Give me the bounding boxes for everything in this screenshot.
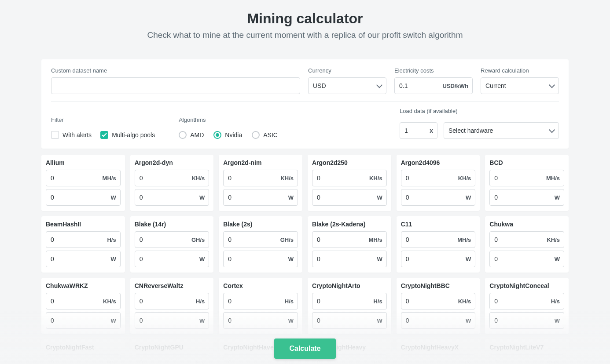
currency-label: Currency — [308, 67, 386, 74]
watt-input[interactable] — [46, 189, 121, 206]
algo-name: Cortex — [223, 282, 298, 289]
hashrate-input[interactable] — [489, 231, 564, 248]
hashrate-input[interactable] — [135, 231, 209, 248]
with-alerts-label: With alerts — [62, 131, 92, 138]
algo-name: CNReverseWaltz — [135, 282, 209, 289]
with-alerts-checkbox[interactable]: With alerts — [51, 131, 92, 139]
algorithm-grid: AlliumMH/sWArgon2d-dynKH/sWArgon2d-nimKH… — [41, 155, 569, 364]
algo-name: Argon2d-dyn — [135, 159, 209, 166]
electricity-label: Electricity costs — [394, 67, 473, 74]
algorithm-asic-radio[interactable]: ASIC — [252, 131, 278, 139]
hashrate-input[interactable] — [223, 170, 298, 186]
algo-name: C11 — [401, 221, 476, 228]
watt-input[interactable] — [223, 312, 298, 329]
algo-name: CryptoNightArto — [312, 282, 387, 289]
hashrate-input[interactable] — [223, 231, 298, 248]
hardware-select[interactable]: Select hardware — [444, 122, 559, 139]
reward-label: Reward calculation — [481, 67, 559, 74]
multi-algo-label: Multi-algo pools — [112, 131, 155, 138]
watt-input[interactable] — [223, 251, 298, 267]
hashrate-input[interactable] — [489, 354, 564, 364]
hashrate-input[interactable] — [312, 231, 387, 248]
watt-input[interactable] — [46, 251, 121, 267]
hashrate-input[interactable] — [46, 170, 121, 186]
watt-input[interactable] — [401, 312, 476, 329]
currency-select[interactable]: USD — [308, 77, 386, 94]
watt-input[interactable] — [489, 251, 564, 267]
algo-card: Argon2d250KH/sW — [308, 155, 391, 211]
load-data-label: Load data (if available) — [400, 108, 559, 114]
watt-input[interactable] — [312, 312, 387, 329]
hashrate-input[interactable] — [312, 170, 387, 186]
algo-name: BeamHashII — [46, 221, 121, 228]
multi-algo-checkbox[interactable]: Multi-algo pools — [100, 131, 155, 139]
hashrate-input[interactable] — [401, 170, 476, 186]
watt-input[interactable] — [135, 251, 209, 267]
algo-name: Blake (14r) — [135, 221, 209, 228]
algo-card: AlliumMH/sW — [41, 155, 125, 211]
filter-label: Filter — [51, 116, 155, 123]
hashrate-input[interactable] — [223, 293, 298, 309]
algo-name: Blake (2s-Kadena) — [312, 221, 387, 228]
watt-input[interactable] — [223, 189, 298, 206]
algo-name: Allium — [46, 159, 121, 166]
hashrate-input[interactable] — [135, 354, 209, 364]
hashrate-input[interactable] — [401, 354, 476, 364]
dataset-name-input[interactable] — [51, 77, 300, 94]
algo-card: CryptoNightConcealH/sW — [485, 278, 569, 334]
watt-input[interactable] — [312, 189, 387, 206]
watt-input[interactable] — [135, 312, 209, 329]
algo-name: Chukwa — [489, 221, 564, 228]
watt-input[interactable] — [135, 189, 209, 206]
algo-name: BCD — [489, 159, 564, 166]
algo-card: Argon2d-dynKH/sW — [130, 155, 214, 211]
watt-input[interactable] — [401, 189, 476, 206]
algo-card: Argon2d4096KH/sW — [397, 155, 480, 211]
algorithm-asic-label: ASIC — [263, 131, 278, 138]
algo-name: CryptoNightBBC — [401, 282, 476, 289]
page-subtitle: Check what to mine at the current moment… — [0, 30, 610, 40]
algo-card: CryptoNightArtoH/sW — [308, 278, 391, 334]
algo-name: Blake (2s) — [223, 221, 298, 228]
algo-name: Argon2d-nim — [223, 159, 298, 166]
algorithm-nvidia-label: Nvidia — [225, 131, 242, 138]
hashrate-input[interactable] — [46, 293, 121, 309]
hashrate-input[interactable] — [489, 293, 564, 309]
algo-card: ChukwaKH/sW — [485, 216, 569, 273]
watt-input[interactable] — [489, 312, 564, 329]
hashrate-input[interactable] — [46, 354, 121, 364]
hashrate-input[interactable] — [312, 293, 387, 309]
hashrate-input[interactable] — [401, 293, 476, 309]
reward-select[interactable]: Current — [481, 77, 559, 94]
watt-input[interactable] — [401, 251, 476, 267]
algorithm-amd-label: AMD — [190, 131, 204, 138]
calculate-button[interactable]: Calculate — [274, 339, 335, 359]
algo-card: C11MH/sW — [397, 216, 480, 273]
algorithms-label: Algorithms — [179, 116, 278, 123]
hashrate-input[interactable] — [489, 170, 564, 186]
algo-card: CryptoNightGPUH/sW — [130, 339, 214, 364]
watt-input[interactable] — [46, 312, 121, 329]
hashrate-input[interactable] — [135, 293, 209, 309]
algo-name: CryptoNightGPU — [135, 344, 209, 351]
algorithm-amd-radio[interactable]: AMD — [179, 131, 204, 139]
hashrate-input[interactable] — [135, 170, 209, 186]
algo-card: BCDMH/sW — [485, 155, 569, 211]
algo-card: Blake (2s)GH/sW — [219, 216, 302, 273]
algo-card: CryptoNightHeavyXH/sW — [397, 339, 480, 364]
hashrate-input[interactable] — [46, 231, 121, 248]
algorithm-nvidia-radio[interactable]: Nvidia — [213, 131, 242, 139]
algo-name: ChukwaWRKZ — [46, 282, 121, 289]
algo-card: CortexH/sW — [219, 278, 302, 334]
hashrate-input[interactable] — [401, 231, 476, 248]
algo-name: CryptoNightFast — [46, 344, 121, 351]
dataset-name-label: Custom dataset name — [51, 67, 300, 74]
algo-name: CryptoNightHeavyX — [401, 344, 476, 351]
algo-card: Blake (2s-Kadena)MH/sW — [308, 216, 391, 273]
algo-card: CryptoNightLiteV7KH/sW — [485, 339, 569, 364]
watt-input[interactable] — [489, 189, 564, 206]
quantity-x: x — [430, 127, 433, 134]
watt-input[interactable] — [312, 251, 387, 267]
algo-name: CryptoNightConceal — [489, 282, 564, 289]
electricity-input[interactable] — [394, 77, 473, 94]
